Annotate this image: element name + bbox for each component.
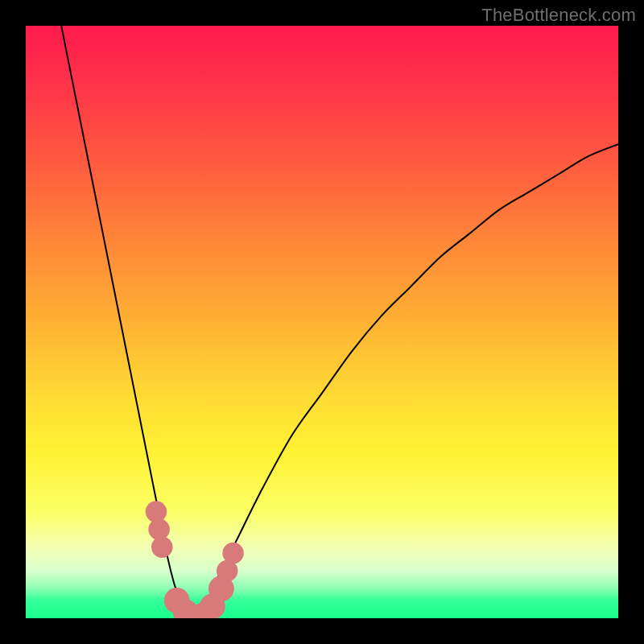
curve-marker-dot [222,543,243,564]
plot-area [26,26,618,618]
curve-marker-dot [146,501,167,522]
bottleneck-curve-path [61,26,618,618]
chart-frame: TheBottleneck.com [0,0,644,644]
watermark-text: TheBottleneck.com [481,5,636,26]
curve-marker-dot [151,536,172,557]
curve-markers [146,501,244,618]
bottleneck-curve-svg [26,26,618,618]
curve-marker-dot [148,518,169,539]
